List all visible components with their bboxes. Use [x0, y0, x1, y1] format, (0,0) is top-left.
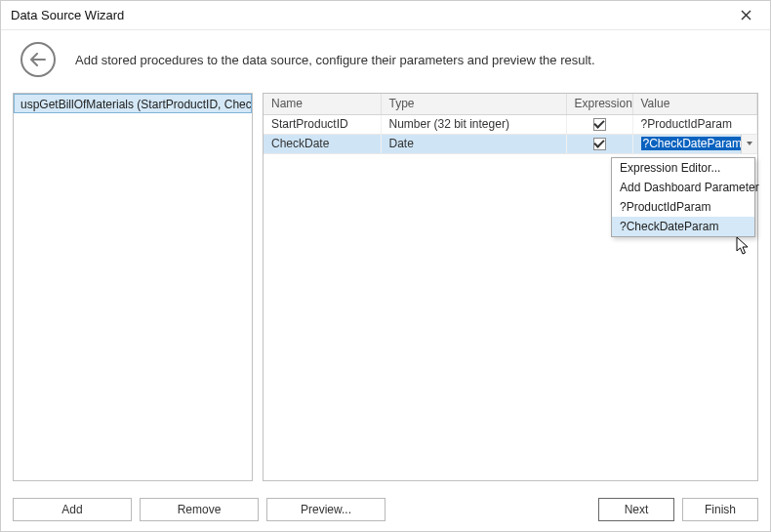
dropdown-item-expression-editor[interactable]: Expression Editor... [612, 158, 754, 178]
parameters-grid: Name Type Expression Value StartProductI… [263, 93, 758, 481]
add-button[interactable]: Add [13, 498, 132, 521]
close-button[interactable] [731, 1, 760, 30]
selected-value-text: ?CheckDateParam [641, 137, 744, 150]
cell-expression[interactable] [566, 114, 632, 134]
column-header-value[interactable]: Value [632, 94, 757, 114]
grid-row[interactable]: StartProductID Number (32 bit integer) ?… [264, 114, 757, 134]
expression-checkbox[interactable] [593, 118, 606, 131]
cell-type[interactable]: Date [381, 134, 566, 153]
column-header-expression[interactable]: Expression [566, 94, 632, 114]
titlebar: Data Source Wizard [1, 1, 770, 30]
cell-name[interactable]: StartProductID [264, 114, 381, 134]
preview-button[interactable]: Preview... [266, 498, 386, 521]
remove-button[interactable]: Remove [140, 498, 259, 521]
footer-buttons: Add Remove Preview... Next Finish [13, 498, 758, 521]
grid-header-row: Name Type Expression Value [264, 94, 757, 114]
cell-type[interactable]: Number (32 bit integer) [381, 114, 566, 134]
close-icon [741, 10, 751, 20]
procedure-item[interactable]: uspGetBillOfMaterials (StartProductID, C… [14, 94, 252, 113]
value-dropdown-button[interactable] [741, 135, 756, 153]
dropdown-item-add-dashboard-parameter[interactable]: Add Dashboard Parameter [612, 178, 754, 197]
back-button[interactable] [20, 42, 56, 77]
column-header-name[interactable]: Name [264, 94, 381, 114]
chevron-down-icon [747, 142, 752, 145]
value-dropdown: Expression Editor... Add Dashboard Param… [611, 157, 755, 237]
wizard-description: Add stored procedures to the data source… [75, 53, 595, 67]
procedures-list[interactable]: uspGetBillOfMaterials (StartProductID, C… [13, 93, 253, 481]
column-header-type[interactable]: Type [381, 94, 566, 114]
dropdown-item-productidparam[interactable]: ?ProductIdParam [612, 197, 754, 217]
arrow-left-icon [30, 53, 46, 66]
next-button[interactable]: Next [598, 498, 674, 521]
cell-expression[interactable] [566, 134, 632, 153]
finish-button[interactable]: Finish [682, 498, 758, 521]
grid-row[interactable]: CheckDate Date ?CheckDateParam [264, 134, 757, 153]
cell-value[interactable]: ?CheckDateParam [632, 134, 757, 153]
dropdown-item-checkdateparam[interactable]: ?CheckDateParam [612, 217, 754, 236]
cell-value[interactable]: ?ProductIdParam [632, 114, 757, 134]
window-title: Data Source Wizard [11, 8, 731, 22]
cell-name[interactable]: CheckDate [264, 134, 381, 153]
wizard-header: Add stored procedures to the data source… [1, 30, 770, 93]
expression-checkbox[interactable] [593, 138, 606, 150]
cursor-icon [736, 236, 751, 256]
